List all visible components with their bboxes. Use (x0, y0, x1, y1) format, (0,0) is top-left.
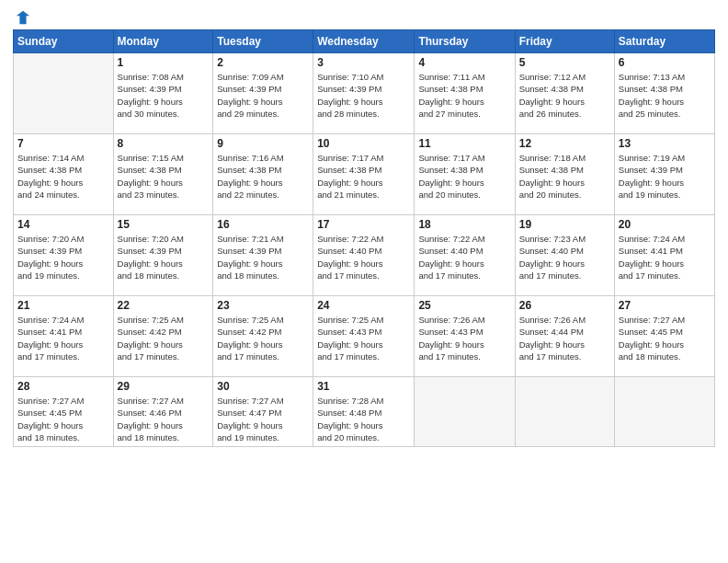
day-number: 26 (519, 299, 610, 312)
day-number: 11 (418, 137, 510, 150)
calendar-cell: 9Sunrise: 7:16 AM Sunset: 4:38 PM Daylig… (213, 134, 313, 215)
calendar-cell: 11Sunrise: 7:17 AM Sunset: 4:38 PM Dayli… (415, 134, 515, 215)
day-number: 22 (118, 299, 210, 312)
day-number: 4 (418, 56, 510, 69)
calendar-cell: 1Sunrise: 7:08 AM Sunset: 4:39 PM Daylig… (113, 53, 213, 134)
day-info: Sunrise: 7:24 AM Sunset: 4:41 PM Dayligh… (17, 314, 109, 362)
day-info: Sunrise: 7:17 AM Sunset: 4:38 PM Dayligh… (317, 152, 410, 201)
calendar-cell: 30Sunrise: 7:27 AM Sunset: 4:47 PM Dayli… (213, 377, 313, 447)
calendar-cell: 31Sunrise: 7:28 AM Sunset: 4:48 PM Dayli… (313, 377, 415, 447)
day-info: Sunrise: 7:13 AM Sunset: 4:38 PM Dayligh… (619, 71, 711, 120)
calendar-cell: 13Sunrise: 7:19 AM Sunset: 4:39 PM Dayli… (614, 134, 714, 215)
svg-marker-0 (17, 11, 29, 24)
day-info: Sunrise: 7:25 AM Sunset: 4:42 PM Dayligh… (217, 314, 309, 362)
calendar-table: SundayMondayTuesdayWednesdayThursdayFrid… (13, 29, 715, 447)
weekday-header-saturday: Saturday (614, 30, 714, 53)
calendar-cell: 16Sunrise: 7:21 AM Sunset: 4:39 PM Dayli… (213, 215, 313, 296)
day-number: 16 (217, 218, 309, 231)
calendar-cell: 7Sunrise: 7:14 AM Sunset: 4:38 PM Daylig… (14, 134, 114, 215)
calendar-cell: 3Sunrise: 7:10 AM Sunset: 4:39 PM Daylig… (313, 53, 415, 134)
calendar-cell: 27Sunrise: 7:27 AM Sunset: 4:45 PM Dayli… (614, 296, 714, 377)
day-number: 9 (217, 137, 309, 150)
header (13, 9, 715, 22)
calendar-week-row: 21Sunrise: 7:24 AM Sunset: 4:41 PM Dayli… (14, 296, 715, 377)
calendar-cell (415, 377, 515, 447)
calendar-week-row: 14Sunrise: 7:20 AM Sunset: 4:39 PM Dayli… (14, 215, 715, 296)
day-number: 23 (217, 299, 309, 312)
day-number: 30 (217, 380, 309, 393)
weekday-header-friday: Friday (515, 30, 614, 53)
calendar-cell (14, 53, 114, 134)
calendar-cell: 4Sunrise: 7:11 AM Sunset: 4:38 PM Daylig… (415, 53, 515, 134)
calendar-cell: 19Sunrise: 7:23 AM Sunset: 4:40 PM Dayli… (515, 215, 614, 296)
day-info: Sunrise: 7:20 AM Sunset: 4:39 PM Dayligh… (17, 233, 109, 282)
calendar-cell: 2Sunrise: 7:09 AM Sunset: 4:39 PM Daylig… (213, 53, 313, 134)
day-number: 5 (519, 56, 610, 69)
day-info: Sunrise: 7:20 AM Sunset: 4:39 PM Dayligh… (118, 233, 210, 282)
calendar-week-row: 7Sunrise: 7:14 AM Sunset: 4:38 PM Daylig… (14, 134, 715, 215)
calendar-cell: 29Sunrise: 7:27 AM Sunset: 4:46 PM Dayli… (113, 377, 213, 447)
day-info: Sunrise: 7:08 AM Sunset: 4:39 PM Dayligh… (118, 71, 210, 120)
weekday-header-sunday: Sunday (14, 30, 114, 53)
day-info: Sunrise: 7:09 AM Sunset: 4:39 PM Dayligh… (217, 71, 309, 120)
day-info: Sunrise: 7:17 AM Sunset: 4:38 PM Dayligh… (418, 152, 510, 201)
calendar-cell: 18Sunrise: 7:22 AM Sunset: 4:40 PM Dayli… (415, 215, 515, 296)
day-info: Sunrise: 7:11 AM Sunset: 4:38 PM Dayligh… (418, 71, 510, 120)
day-info: Sunrise: 7:21 AM Sunset: 4:39 PM Dayligh… (217, 233, 309, 282)
calendar-week-row: 28Sunrise: 7:27 AM Sunset: 4:45 PM Dayli… (14, 377, 715, 447)
calendar-cell: 8Sunrise: 7:15 AM Sunset: 4:38 PM Daylig… (113, 134, 213, 215)
calendar-cell: 26Sunrise: 7:26 AM Sunset: 4:44 PM Dayli… (515, 296, 614, 377)
calendar-cell (614, 377, 714, 447)
page: SundayMondayTuesdayWednesdayThursdayFrid… (0, 0, 728, 563)
day-info: Sunrise: 7:22 AM Sunset: 4:40 PM Dayligh… (317, 233, 410, 282)
day-info: Sunrise: 7:19 AM Sunset: 4:39 PM Dayligh… (619, 152, 711, 201)
weekday-header-row: SundayMondayTuesdayWednesdayThursdayFrid… (14, 30, 715, 53)
weekday-header-thursday: Thursday (415, 30, 515, 53)
day-info: Sunrise: 7:27 AM Sunset: 4:45 PM Dayligh… (619, 314, 711, 362)
day-number: 21 (17, 299, 109, 312)
day-info: Sunrise: 7:27 AM Sunset: 4:47 PM Dayligh… (217, 395, 309, 443)
day-number: 3 (317, 56, 410, 69)
day-number: 28 (17, 380, 109, 393)
calendar-cell (515, 377, 614, 447)
calendar-cell: 24Sunrise: 7:25 AM Sunset: 4:43 PM Dayli… (313, 296, 415, 377)
day-number: 18 (418, 218, 510, 231)
calendar-cell: 12Sunrise: 7:18 AM Sunset: 4:38 PM Dayli… (515, 134, 614, 215)
day-info: Sunrise: 7:12 AM Sunset: 4:38 PM Dayligh… (519, 71, 610, 120)
calendar-cell: 15Sunrise: 7:20 AM Sunset: 4:39 PM Dayli… (113, 215, 213, 296)
day-info: Sunrise: 7:22 AM Sunset: 4:40 PM Dayligh… (418, 233, 510, 282)
day-number: 14 (17, 218, 109, 231)
calendar-cell: 20Sunrise: 7:24 AM Sunset: 4:41 PM Dayli… (614, 215, 714, 296)
day-info: Sunrise: 7:27 AM Sunset: 4:45 PM Dayligh… (17, 395, 109, 443)
calendar-cell: 6Sunrise: 7:13 AM Sunset: 4:38 PM Daylig… (614, 53, 714, 134)
day-info: Sunrise: 7:23 AM Sunset: 4:40 PM Dayligh… (519, 233, 610, 282)
logo (13, 9, 31, 22)
day-number: 31 (317, 380, 410, 393)
day-info: Sunrise: 7:25 AM Sunset: 4:43 PM Dayligh… (317, 314, 410, 362)
day-number: 17 (317, 218, 410, 231)
calendar-cell: 17Sunrise: 7:22 AM Sunset: 4:40 PM Dayli… (313, 215, 415, 296)
day-number: 15 (118, 218, 210, 231)
day-number: 6 (619, 56, 711, 69)
weekday-header-monday: Monday (113, 30, 213, 53)
day-info: Sunrise: 7:14 AM Sunset: 4:38 PM Dayligh… (17, 152, 109, 201)
logo-text (13, 9, 31, 26)
calendar-cell: 14Sunrise: 7:20 AM Sunset: 4:39 PM Dayli… (14, 215, 114, 296)
day-info: Sunrise: 7:28 AM Sunset: 4:48 PM Dayligh… (317, 395, 410, 443)
calendar-cell: 25Sunrise: 7:26 AM Sunset: 4:43 PM Dayli… (415, 296, 515, 377)
calendar-week-row: 1Sunrise: 7:08 AM Sunset: 4:39 PM Daylig… (14, 53, 715, 134)
day-info: Sunrise: 7:25 AM Sunset: 4:42 PM Dayligh… (118, 314, 210, 362)
day-info: Sunrise: 7:26 AM Sunset: 4:43 PM Dayligh… (418, 314, 510, 362)
weekday-header-wednesday: Wednesday (313, 30, 415, 53)
calendar-cell: 28Sunrise: 7:27 AM Sunset: 4:45 PM Dayli… (14, 377, 114, 447)
calendar-cell: 21Sunrise: 7:24 AM Sunset: 4:41 PM Dayli… (14, 296, 114, 377)
day-info: Sunrise: 7:16 AM Sunset: 4:38 PM Dayligh… (217, 152, 309, 201)
day-number: 20 (619, 218, 711, 231)
day-number: 12 (519, 137, 610, 150)
day-number: 1 (118, 56, 210, 69)
day-number: 7 (17, 137, 109, 150)
day-number: 13 (619, 137, 711, 150)
day-number: 24 (317, 299, 410, 312)
day-info: Sunrise: 7:26 AM Sunset: 4:44 PM Dayligh… (519, 314, 610, 362)
logo-flag-icon (15, 9, 31, 26)
